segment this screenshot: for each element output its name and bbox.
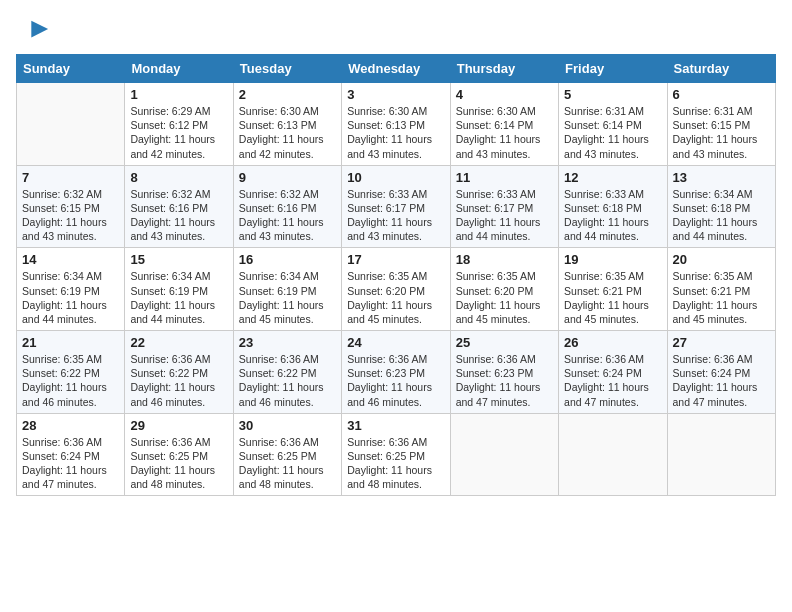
- cell-details: Sunrise: 6:30 AM Sunset: 6:14 PM Dayligh…: [456, 104, 553, 161]
- cell-details: Sunrise: 6:36 AM Sunset: 6:22 PM Dayligh…: [130, 352, 227, 409]
- calendar-cell: 14Sunrise: 6:34 AM Sunset: 6:19 PM Dayli…: [17, 248, 125, 331]
- calendar-cell: 16Sunrise: 6:34 AM Sunset: 6:19 PM Dayli…: [233, 248, 341, 331]
- calendar-cell: 13Sunrise: 6:34 AM Sunset: 6:18 PM Dayli…: [667, 165, 775, 248]
- calendar-cell: [450, 413, 558, 496]
- cell-details: Sunrise: 6:30 AM Sunset: 6:13 PM Dayligh…: [347, 104, 444, 161]
- header-cell-sunday: Sunday: [17, 55, 125, 83]
- header-cell-saturday: Saturday: [667, 55, 775, 83]
- day-number: 8: [130, 170, 227, 185]
- cell-details: Sunrise: 6:33 AM Sunset: 6:18 PM Dayligh…: [564, 187, 661, 244]
- day-number: 24: [347, 335, 444, 350]
- day-number: 4: [456, 87, 553, 102]
- day-number: 15: [130, 252, 227, 267]
- calendar-cell: 22Sunrise: 6:36 AM Sunset: 6:22 PM Dayli…: [125, 331, 233, 414]
- calendar-cell: 30Sunrise: 6:36 AM Sunset: 6:25 PM Dayli…: [233, 413, 341, 496]
- day-number: 12: [564, 170, 661, 185]
- cell-details: Sunrise: 6:36 AM Sunset: 6:23 PM Dayligh…: [347, 352, 444, 409]
- calendar-cell: 7Sunrise: 6:32 AM Sunset: 6:15 PM Daylig…: [17, 165, 125, 248]
- day-number: 22: [130, 335, 227, 350]
- cell-details: Sunrise: 6:36 AM Sunset: 6:23 PM Dayligh…: [456, 352, 553, 409]
- calendar-cell: 21Sunrise: 6:35 AM Sunset: 6:22 PM Dayli…: [17, 331, 125, 414]
- header-row: SundayMondayTuesdayWednesdayThursdayFrid…: [17, 55, 776, 83]
- week-row-3: 14Sunrise: 6:34 AM Sunset: 6:19 PM Dayli…: [17, 248, 776, 331]
- day-number: 20: [673, 252, 770, 267]
- day-number: 28: [22, 418, 119, 433]
- day-number: 18: [456, 252, 553, 267]
- calendar-cell: 23Sunrise: 6:36 AM Sunset: 6:22 PM Dayli…: [233, 331, 341, 414]
- cell-details: Sunrise: 6:32 AM Sunset: 6:15 PM Dayligh…: [22, 187, 119, 244]
- day-number: 7: [22, 170, 119, 185]
- calendar-cell: 26Sunrise: 6:36 AM Sunset: 6:24 PM Dayli…: [559, 331, 667, 414]
- day-number: 11: [456, 170, 553, 185]
- header-cell-tuesday: Tuesday: [233, 55, 341, 83]
- cell-details: Sunrise: 6:33 AM Sunset: 6:17 PM Dayligh…: [456, 187, 553, 244]
- week-row-1: 1Sunrise: 6:29 AM Sunset: 6:12 PM Daylig…: [17, 83, 776, 166]
- day-number: 26: [564, 335, 661, 350]
- calendar-cell: 9Sunrise: 6:32 AM Sunset: 6:16 PM Daylig…: [233, 165, 341, 248]
- calendar-cell: 28Sunrise: 6:36 AM Sunset: 6:24 PM Dayli…: [17, 413, 125, 496]
- week-row-2: 7Sunrise: 6:32 AM Sunset: 6:15 PM Daylig…: [17, 165, 776, 248]
- header-cell-monday: Monday: [125, 55, 233, 83]
- calendar-cell: 18Sunrise: 6:35 AM Sunset: 6:20 PM Dayli…: [450, 248, 558, 331]
- day-number: 17: [347, 252, 444, 267]
- day-number: 5: [564, 87, 661, 102]
- calendar-cell: [667, 413, 775, 496]
- header-cell-thursday: Thursday: [450, 55, 558, 83]
- cell-details: Sunrise: 6:35 AM Sunset: 6:20 PM Dayligh…: [456, 269, 553, 326]
- svg-marker-0: [31, 21, 48, 38]
- cell-details: Sunrise: 6:30 AM Sunset: 6:13 PM Dayligh…: [239, 104, 336, 161]
- calendar-cell: 27Sunrise: 6:36 AM Sunset: 6:24 PM Dayli…: [667, 331, 775, 414]
- day-number: 6: [673, 87, 770, 102]
- cell-details: Sunrise: 6:32 AM Sunset: 6:16 PM Dayligh…: [239, 187, 336, 244]
- day-number: 31: [347, 418, 444, 433]
- calendar-cell: 29Sunrise: 6:36 AM Sunset: 6:25 PM Dayli…: [125, 413, 233, 496]
- calendar-cell: 3Sunrise: 6:30 AM Sunset: 6:13 PM Daylig…: [342, 83, 450, 166]
- calendar-cell: 4Sunrise: 6:30 AM Sunset: 6:14 PM Daylig…: [450, 83, 558, 166]
- day-number: 1: [130, 87, 227, 102]
- cell-details: Sunrise: 6:35 AM Sunset: 6:22 PM Dayligh…: [22, 352, 119, 409]
- day-number: 27: [673, 335, 770, 350]
- calendar-cell: 19Sunrise: 6:35 AM Sunset: 6:21 PM Dayli…: [559, 248, 667, 331]
- calendar-cell: 6Sunrise: 6:31 AM Sunset: 6:15 PM Daylig…: [667, 83, 775, 166]
- calendar-cell: 5Sunrise: 6:31 AM Sunset: 6:14 PM Daylig…: [559, 83, 667, 166]
- week-row-5: 28Sunrise: 6:36 AM Sunset: 6:24 PM Dayli…: [17, 413, 776, 496]
- cell-details: Sunrise: 6:32 AM Sunset: 6:16 PM Dayligh…: [130, 187, 227, 244]
- week-row-4: 21Sunrise: 6:35 AM Sunset: 6:22 PM Dayli…: [17, 331, 776, 414]
- calendar-cell: 25Sunrise: 6:36 AM Sunset: 6:23 PM Dayli…: [450, 331, 558, 414]
- cell-details: Sunrise: 6:34 AM Sunset: 6:19 PM Dayligh…: [239, 269, 336, 326]
- calendar-cell: 20Sunrise: 6:35 AM Sunset: 6:21 PM Dayli…: [667, 248, 775, 331]
- cell-details: Sunrise: 6:34 AM Sunset: 6:19 PM Dayligh…: [22, 269, 119, 326]
- cell-details: Sunrise: 6:34 AM Sunset: 6:18 PM Dayligh…: [673, 187, 770, 244]
- calendar-cell: [17, 83, 125, 166]
- day-number: 21: [22, 335, 119, 350]
- calendar-cell: 11Sunrise: 6:33 AM Sunset: 6:17 PM Dayli…: [450, 165, 558, 248]
- day-number: 3: [347, 87, 444, 102]
- calendar-cell: 15Sunrise: 6:34 AM Sunset: 6:19 PM Dayli…: [125, 248, 233, 331]
- calendar-table: SundayMondayTuesdayWednesdayThursdayFrid…: [16, 54, 776, 496]
- cell-details: Sunrise: 6:31 AM Sunset: 6:14 PM Dayligh…: [564, 104, 661, 161]
- cell-details: Sunrise: 6:36 AM Sunset: 6:22 PM Dayligh…: [239, 352, 336, 409]
- cell-details: Sunrise: 6:36 AM Sunset: 6:25 PM Dayligh…: [347, 435, 444, 492]
- logo: [16, 16, 50, 44]
- day-number: 13: [673, 170, 770, 185]
- day-number: 16: [239, 252, 336, 267]
- header-cell-friday: Friday: [559, 55, 667, 83]
- cell-details: Sunrise: 6:36 AM Sunset: 6:25 PM Dayligh…: [130, 435, 227, 492]
- day-number: 9: [239, 170, 336, 185]
- day-number: 2: [239, 87, 336, 102]
- calendar-cell: 17Sunrise: 6:35 AM Sunset: 6:20 PM Dayli…: [342, 248, 450, 331]
- calendar-cell: 12Sunrise: 6:33 AM Sunset: 6:18 PM Dayli…: [559, 165, 667, 248]
- day-number: 29: [130, 418, 227, 433]
- calendar-cell: 1Sunrise: 6:29 AM Sunset: 6:12 PM Daylig…: [125, 83, 233, 166]
- cell-details: Sunrise: 6:33 AM Sunset: 6:17 PM Dayligh…: [347, 187, 444, 244]
- page-header: [16, 16, 776, 44]
- day-number: 19: [564, 252, 661, 267]
- cell-details: Sunrise: 6:35 AM Sunset: 6:21 PM Dayligh…: [564, 269, 661, 326]
- calendar-cell: 31Sunrise: 6:36 AM Sunset: 6:25 PM Dayli…: [342, 413, 450, 496]
- cell-details: Sunrise: 6:36 AM Sunset: 6:24 PM Dayligh…: [22, 435, 119, 492]
- day-number: 10: [347, 170, 444, 185]
- cell-details: Sunrise: 6:34 AM Sunset: 6:19 PM Dayligh…: [130, 269, 227, 326]
- cell-details: Sunrise: 6:29 AM Sunset: 6:12 PM Dayligh…: [130, 104, 227, 161]
- cell-details: Sunrise: 6:31 AM Sunset: 6:15 PM Dayligh…: [673, 104, 770, 161]
- header-cell-wednesday: Wednesday: [342, 55, 450, 83]
